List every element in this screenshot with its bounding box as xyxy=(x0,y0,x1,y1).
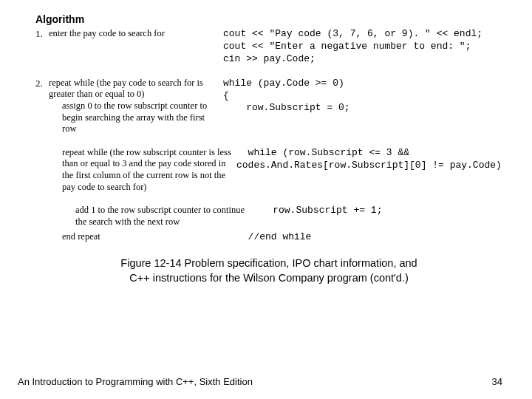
caption-line-1: Figure 12-14 Problem specification, IPO … xyxy=(120,257,417,269)
footer: An Introduction to Programming with C++,… xyxy=(0,376,532,387)
step-2-algo-inner: repeat while (the row subscript counter … xyxy=(49,147,236,194)
step-1-row: 1. enter the pay code to search for cout… xyxy=(35,28,502,66)
step-2-code-head: while (pay.Code >= 0) { row.Subscript = … xyxy=(223,78,502,115)
step-2-algo-end: end repeat xyxy=(49,231,236,243)
step-2-end-row: end repeat //end while xyxy=(35,231,502,244)
step-2-incr-row: add 1 to the row subscript counter to co… xyxy=(35,205,502,228)
step-2-algo-incr: add 1 to the row subscript counter to co… xyxy=(49,205,250,228)
footer-book-title: An Introduction to Programming with C++,… xyxy=(18,376,253,387)
step-1-algo: enter the pay code to search for xyxy=(49,28,223,40)
step-2-code-inner: while (row.Subscript <= 3 && codes.And.R… xyxy=(236,147,502,172)
step-1-code: cout << "Pay code (3, 7, 6, or 9). " << … xyxy=(223,28,502,66)
step-2-algo-head-text: repeat while (the pay code to search for… xyxy=(49,78,203,100)
step-2-inner-row: repeat while (the row subscript counter … xyxy=(35,147,502,194)
step-1-number: 1. xyxy=(35,28,49,40)
page-number: 34 xyxy=(492,376,502,387)
step-2-code-end: //end while xyxy=(236,231,502,244)
caption-line-2: C++ instructions for the Wilson Company … xyxy=(129,272,409,284)
step-2-number: 2. xyxy=(35,78,49,89)
step-2-code-incr: row.Subscript += 1; xyxy=(250,205,502,217)
algorithm-heading: Algorithm xyxy=(35,13,502,25)
step-2-row: 2. repeat while (the pay code to search … xyxy=(35,78,502,135)
step-2-algo-sub1: assign 0 to the row subscript counter to… xyxy=(49,100,219,135)
figure-caption: Figure 12-14 Problem specification, IPO … xyxy=(35,256,502,285)
step-2-algo-head: repeat while (the pay code to search for… xyxy=(49,78,223,135)
